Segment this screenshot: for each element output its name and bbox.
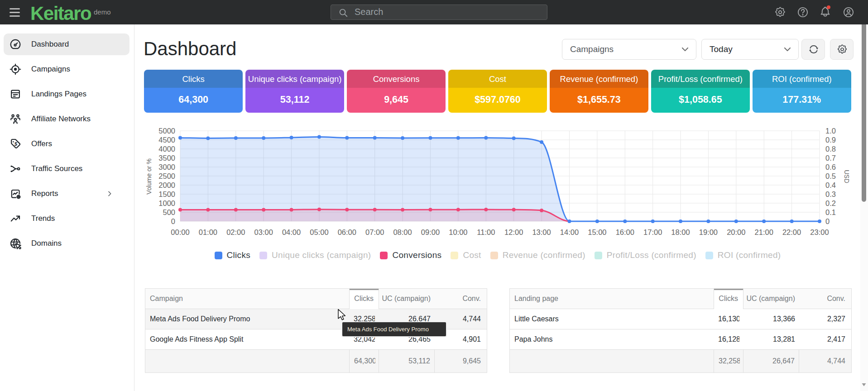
svg-text:500: 500: [163, 208, 175, 216]
svg-text:4000: 4000: [158, 145, 175, 153]
svg-text:1.0: 1.0: [825, 127, 836, 135]
svg-text:0: 0: [171, 217, 175, 225]
svg-text:17:00: 17:00: [643, 228, 662, 236]
svg-text:08:00: 08:00: [393, 228, 412, 236]
svg-text:0.4: 0.4: [825, 181, 836, 189]
svg-text:20:00: 20:00: [727, 228, 745, 236]
svg-text:0: 0: [825, 217, 830, 225]
svg-text:14:00: 14:00: [560, 228, 579, 236]
svg-text:0.8: 0.8: [825, 145, 836, 153]
svg-text:23:00: 23:00: [810, 228, 829, 236]
svg-text:15:00: 15:00: [588, 228, 606, 236]
svg-text:04:00: 04:00: [282, 228, 301, 236]
svg-text:3000: 3000: [158, 163, 175, 171]
svg-text:0.2: 0.2: [825, 199, 836, 207]
svg-text:19:00: 19:00: [699, 228, 718, 236]
svg-text:0.6: 0.6: [825, 163, 836, 171]
svg-text:18:00: 18:00: [671, 228, 690, 236]
svg-text:0.9: 0.9: [825, 136, 836, 144]
svg-text:00:00: 00:00: [171, 228, 189, 236]
svg-text:01:00: 01:00: [199, 228, 217, 236]
svg-text:16:00: 16:00: [616, 228, 634, 236]
svg-text:$: $: [14, 141, 18, 147]
svg-text:03:00: 03:00: [254, 228, 273, 236]
svg-text:0.3: 0.3: [825, 190, 836, 198]
svg-text:02:00: 02:00: [226, 228, 245, 236]
svg-text:2000: 2000: [158, 181, 175, 189]
svg-text:0.7: 0.7: [825, 154, 836, 162]
svg-text:Volume or %: Volume or %: [145, 158, 153, 194]
svg-text:10:00: 10:00: [449, 228, 467, 236]
svg-text:12:00: 12:00: [504, 228, 523, 236]
svg-text:05:00: 05:00: [310, 228, 328, 236]
svg-text:06:00: 06:00: [338, 228, 356, 236]
svg-text:07:00: 07:00: [365, 228, 384, 236]
svg-text:0.5: 0.5: [825, 172, 836, 180]
svg-text:4500: 4500: [158, 136, 175, 144]
svg-text:1500: 1500: [158, 190, 175, 198]
svg-text:13:00: 13:00: [532, 228, 551, 236]
svg-text:5000: 5000: [158, 127, 175, 135]
svg-text:09:00: 09:00: [421, 228, 440, 236]
svg-text:3500: 3500: [158, 154, 175, 162]
svg-text:2500: 2500: [158, 172, 175, 180]
svg-text:21:00: 21:00: [755, 228, 773, 236]
svg-text:0.1: 0.1: [825, 208, 836, 216]
svg-text:1000: 1000: [158, 199, 175, 207]
svg-text:11:00: 11:00: [477, 228, 495, 236]
svg-text:USD: USD: [843, 170, 850, 183]
svg-text:22:00: 22:00: [782, 228, 801, 236]
